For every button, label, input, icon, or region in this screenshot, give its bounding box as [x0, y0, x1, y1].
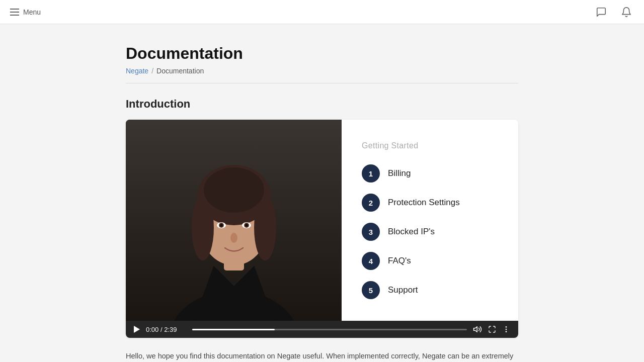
- list-item[interactable]: 1 Billing: [362, 164, 498, 183]
- step-label-2: Protection Settings: [388, 198, 460, 208]
- step-number-2: 2: [362, 194, 380, 212]
- main-content: Documentation Negate / Documentation Int…: [116, 24, 528, 362]
- video-progress-fill: [192, 329, 275, 330]
- chat-icon: [596, 7, 607, 18]
- volume-button[interactable]: [473, 325, 482, 334]
- video-body: Getting Started 1 Billing 2 Protection S…: [126, 120, 518, 321]
- breadcrumb-separator: /: [151, 67, 153, 75]
- svg-marker-14: [474, 327, 477, 332]
- step-label-1: Billing: [388, 168, 411, 178]
- step-label-4: FAQ's: [388, 256, 411, 266]
- video-controls-right: [473, 325, 510, 334]
- video-frame: [126, 120, 342, 321]
- step-number-1: 1: [362, 164, 380, 183]
- step-number-4: 4: [362, 252, 380, 270]
- intro-paragraph: Hello, we hope you find this documentati…: [126, 350, 518, 362]
- svg-point-13: [230, 233, 237, 243]
- svg-point-12: [245, 224, 248, 227]
- menu-label: Menu: [23, 8, 41, 16]
- video-controls: 0:00 / 2:39: [126, 321, 518, 338]
- video-progress-bar[interactable]: [192, 329, 467, 330]
- volume-icon: [473, 325, 482, 334]
- step-label-5: Support: [388, 285, 418, 295]
- hamburger-icon[interactable]: [10, 9, 19, 16]
- section-divider: [126, 83, 518, 83]
- topnav: Menu: [0, 0, 644, 24]
- topnav-right: [594, 5, 634, 20]
- video-container: Getting Started 1 Billing 2 Protection S…: [126, 120, 518, 338]
- svg-point-16: [506, 329, 507, 330]
- play-icon: [134, 326, 140, 333]
- svg-point-15: [506, 326, 507, 328]
- svg-point-9: [220, 224, 223, 227]
- bell-icon: [621, 7, 632, 18]
- intro-section-title: Introduction: [126, 98, 518, 111]
- getting-started-panel: Getting Started 1 Billing 2 Protection S…: [342, 120, 518, 321]
- fullscreen-button[interactable]: [488, 325, 496, 333]
- list-item[interactable]: 3 Blocked IP's: [362, 223, 498, 241]
- video-time: 0:00 / 2:39: [146, 326, 186, 333]
- svg-point-5: [254, 195, 276, 260]
- list-item[interactable]: 2 Protection Settings: [362, 194, 498, 212]
- more-options-button[interactable]: [502, 325, 510, 333]
- video-person-area: [126, 120, 342, 321]
- page-title: Documentation: [126, 44, 518, 63]
- list-item[interactable]: 4 FAQ's: [362, 252, 498, 270]
- svg-point-4: [192, 195, 214, 260]
- topnav-left: Menu: [10, 8, 41, 16]
- chat-icon-button[interactable]: [594, 5, 609, 20]
- bell-icon-button[interactable]: [619, 5, 634, 20]
- getting-started-list: 1 Billing 2 Protection Settings 3 Blocke…: [362, 164, 498, 299]
- step-label-3: Blocked IP's: [388, 227, 435, 237]
- step-number-3: 3: [362, 223, 380, 241]
- svg-point-6: [204, 167, 264, 213]
- breadcrumb-home[interactable]: Negate: [126, 67, 148, 75]
- fullscreen-icon: [488, 325, 496, 333]
- step-number-5: 5: [362, 281, 380, 299]
- breadcrumb: Negate / Documentation: [126, 67, 518, 75]
- list-item[interactable]: 5 Support: [362, 281, 498, 299]
- more-options-icon: [502, 325, 510, 333]
- person-silhouette: [164, 130, 304, 321]
- intro-text-before: Hello, we hope you find this documentati…: [126, 352, 513, 362]
- getting-started-title: Getting Started: [362, 141, 498, 150]
- svg-point-17: [506, 331, 507, 332]
- play-button[interactable]: [134, 326, 140, 333]
- breadcrumb-current: Documentation: [156, 67, 204, 75]
